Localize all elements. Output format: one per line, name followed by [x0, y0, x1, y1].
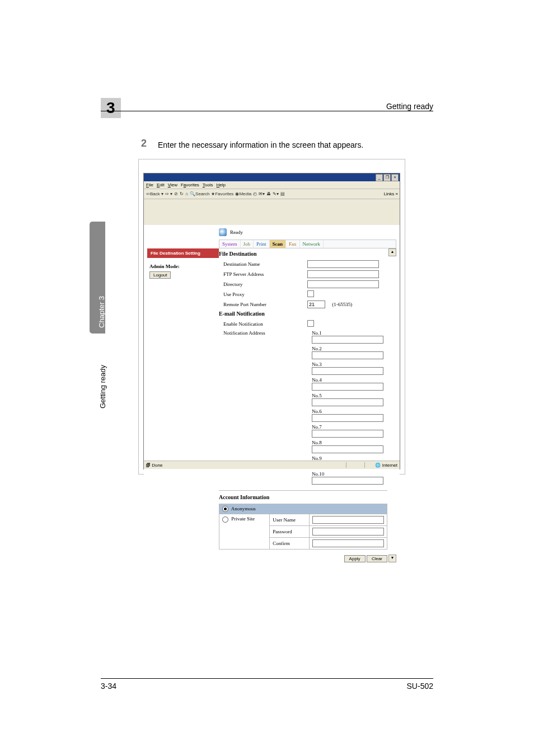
input-user-name[interactable] [312, 516, 384, 524]
notif-no-4: No.4 [312, 377, 327, 383]
internet-zone-icon: 🌐 [375, 463, 381, 468]
input-notif-7[interactable] [312, 430, 383, 438]
screenshot-frame: _ ❐ × File Edit View Favorites Tools Hel… [138, 159, 405, 475]
browser-content: Ready System Job Print Scan Fax Network … [144, 225, 400, 566]
toolbar-forward[interactable]: ⇨ ▾ [165, 191, 172, 196]
account-info-heading: Account Information [219, 494, 387, 500]
input-notif-1[interactable] [312, 336, 383, 344]
label-destination-name: Destination Name [219, 261, 307, 267]
chapter-number-badge: 3 [101, 98, 121, 118]
menu-tools[interactable]: Tools [203, 182, 213, 187]
row-anonymous[interactable]: Anonymous [219, 504, 387, 514]
toolbar-media[interactable]: ◉Media [235, 191, 251, 196]
admin-mode-label: Admin Mode: [149, 264, 219, 269]
status-done: 🗐 Done [146, 463, 162, 468]
browser-window: _ ❐ × File Edit View Favorites Tools Hel… [143, 173, 400, 469]
menu-edit[interactable]: Edit [157, 182, 165, 187]
step-text: Enter the necessary information in the s… [158, 140, 363, 149]
window-close-button[interactable]: × [391, 174, 399, 181]
input-notif-6[interactable] [312, 414, 383, 422]
input-ftp-server[interactable] [307, 270, 379, 278]
remote-port-range: (1-65535) [332, 302, 352, 307]
browser-toolbar: ⇦Back ▾ ⇨ ▾ ⊘ ↻ ⌂ 🔍Search ★Favorites ◉Me… [144, 189, 400, 199]
footer-page-number: 3-34 [101, 682, 116, 691]
label-confirm: Confirm [270, 538, 310, 550]
toolbar-favorites[interactable]: ★Favorites [211, 191, 233, 196]
input-remote-port[interactable] [307, 300, 325, 308]
input-notif-5[interactable] [312, 398, 383, 406]
scroll-up-icon[interactable]: ▲ [388, 248, 396, 256]
window-maximize-button[interactable]: ❐ [383, 174, 391, 181]
menu-favorites[interactable]: Favorites [181, 182, 199, 187]
tab-job[interactable]: Job [241, 240, 254, 248]
nav-file-destination-setting[interactable]: File Destination Setting [147, 248, 219, 258]
input-password[interactable] [312, 528, 384, 536]
label-notification-address: Notification Address [219, 330, 307, 336]
notif-no-7: No.7 [312, 424, 327, 430]
label-directory: Directory [219, 281, 307, 287]
notif-no-1: No.1 [312, 330, 327, 336]
tab-print[interactable]: Print [254, 240, 270, 248]
tab-scan[interactable]: Scan [270, 240, 287, 248]
toolbar-links[interactable]: Links » [384, 191, 398, 196]
footer-rule [101, 678, 433, 679]
label-anonymous: Anonymous [231, 506, 256, 511]
notif-no-2: No.2 [312, 346, 327, 351]
toolbar-mail-icon[interactable]: ✉▾ [259, 191, 265, 196]
notif-no-6: No.6 [312, 408, 327, 414]
tab-system[interactable]: System [219, 240, 241, 248]
apply-button[interactable]: Apply [344, 555, 366, 562]
input-notif-10[interactable] [312, 477, 383, 485]
clear-button[interactable]: Clear [367, 555, 387, 562]
checkbox-use-proxy[interactable] [307, 290, 314, 297]
radio-private-site[interactable] [222, 516, 228, 523]
side-tab-chapter: Chapter 3 [97, 296, 106, 328]
window-minimize-button[interactable]: _ [376, 174, 383, 181]
notif-no-3: No.3 [312, 361, 327, 367]
config-tabs: System Job Print Scan Fax Network [219, 240, 396, 248]
menu-help[interactable]: Help [217, 182, 226, 187]
window-titlebar: _ ❐ × [144, 173, 400, 181]
tab-fax[interactable]: Fax [286, 240, 300, 248]
divider [219, 490, 387, 491]
input-notif-2[interactable] [312, 351, 383, 359]
status-separator [346, 462, 347, 468]
input-notif-4[interactable] [312, 383, 383, 391]
browser-menu-bar: File Edit View Favorites Tools Help [144, 181, 400, 189]
toolbar-home-icon[interactable]: ⌂ [185, 191, 188, 196]
status-ready-text: Ready [230, 229, 243, 235]
input-confirm[interactable] [312, 539, 384, 547]
status-icon [219, 228, 227, 236]
toolbar-history-icon[interactable]: ◴ [253, 191, 257, 196]
toolbar-refresh-icon[interactable]: ↻ [180, 191, 184, 196]
row-private-site[interactable]: Private Site [219, 514, 270, 550]
radio-anonymous[interactable] [222, 506, 228, 512]
label-use-proxy: Use Proxy [219, 292, 307, 297]
menu-view[interactable]: View [168, 182, 177, 187]
scroll-down-icon[interactable]: ▼ [388, 555, 396, 562]
checkbox-enable-notification[interactable] [307, 320, 314, 327]
side-label: Getting ready [92, 336, 107, 414]
notif-no-8: No.8 [312, 440, 327, 445]
input-notif-8[interactable] [312, 445, 383, 453]
email-notification-heading: E-mail Notification [219, 311, 387, 317]
menu-file[interactable]: File [146, 182, 153, 187]
page-header-title: Getting ready [386, 102, 433, 111]
label-remote-port: Remote Port Number [219, 302, 307, 307]
toolbar-search[interactable]: 🔍Search [190, 191, 209, 196]
input-destination-name[interactable] [307, 260, 379, 268]
input-notif-3[interactable] [312, 367, 383, 375]
toolbar-discuss-icon[interactable]: ▤ [280, 191, 285, 196]
notif-no-5: No.5 [312, 393, 327, 398]
step-number: 2 [141, 138, 147, 149]
account-info-table: Anonymous Private Site User Name [219, 504, 387, 550]
toolbar-print-icon[interactable]: 🖶 [266, 191, 271, 196]
logout-button[interactable]: Logout [149, 271, 171, 279]
toolbar-stop-icon[interactable]: ⊘ [174, 191, 178, 196]
file-destination-heading: File Destination [219, 251, 387, 257]
tab-network[interactable]: Network [300, 240, 324, 248]
toolbar-back[interactable]: ⇦Back ▾ [146, 191, 163, 196]
input-directory[interactable] [307, 280, 379, 288]
label-ftp-server: FTP Server Address [219, 271, 307, 277]
toolbar-edit-icon[interactable]: ✎▾ [273, 191, 279, 196]
